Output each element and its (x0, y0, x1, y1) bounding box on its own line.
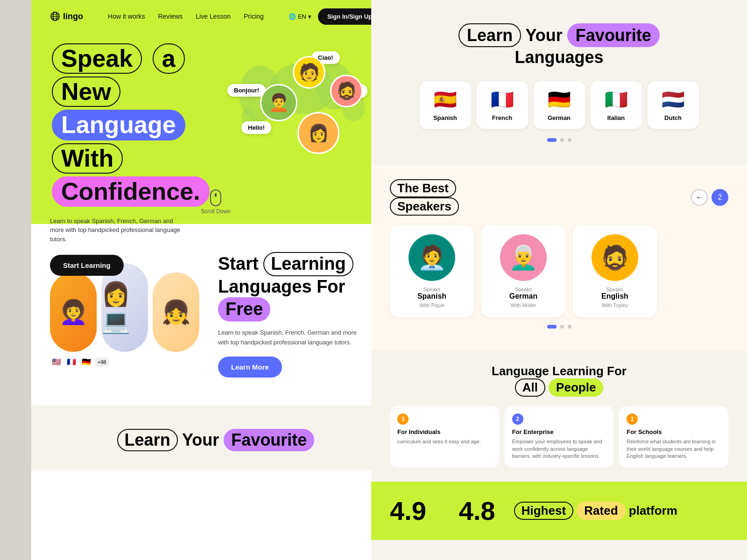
flag-french: 🇫🇷 (482, 89, 522, 111)
avatar-3: 👩 (297, 112, 339, 154)
flag-de: 🇩🇪 (80, 357, 93, 367)
tutor-with-1: With Piqué (397, 302, 466, 308)
cat-num-schools: 1 (627, 413, 638, 425)
word-a: a (153, 43, 185, 74)
rated-suffix: platform (629, 504, 677, 518)
dot2-3 (568, 325, 571, 329)
rating-2-block: 4.8 (445, 496, 495, 526)
word-your-right: Your (526, 26, 567, 45)
tutors-title: The Best Speakers (390, 179, 459, 216)
lang-card-dutch: 🇳🇱 Dutch (648, 81, 699, 129)
hero-content: Speak a New Language With Confidence. Le… (31, 33, 400, 276)
tutor-cards: 🧑‍💼 Speaks Spanish With Piqué 👨‍🦳 Speaks… (390, 225, 728, 317)
logo: lingo (50, 11, 83, 21)
dot2-1 (547, 325, 557, 329)
nav-how-it-works[interactable]: How it works (108, 13, 145, 20)
cat-num-personal: 3 (397, 413, 409, 425)
chat-bonjour: Bonjour! (227, 84, 266, 97)
nav-reviews[interactable]: Reviews (158, 13, 183, 20)
word-confidence: Confidence. (52, 176, 210, 207)
arrow-next[interactable]: 2 (712, 189, 728, 206)
dot-2 (560, 138, 564, 142)
nav-live-lesson[interactable]: Live Lesson (196, 13, 231, 20)
word-language: Language (52, 110, 185, 140)
cat-title-all: All (515, 378, 545, 397)
cat-title: Language Learning For All People (390, 364, 728, 397)
tutor-lang-2: German (489, 292, 558, 301)
tutor-lang-1: Spanish (397, 292, 466, 301)
word-languages-for: Languages For (218, 277, 345, 296)
word-free-pill: Free (218, 297, 270, 322)
cat-title-enterprise: For Enterprise (512, 428, 606, 435)
flag-row: 🇺🇸 🇫🇷 🇩🇪 +98 (50, 357, 199, 367)
word-favourite-right: Favourite (567, 23, 660, 47)
rating-num-2: 4.8 (459, 496, 495, 526)
tutors-title-best: The Best (390, 179, 456, 197)
more-chip: +98 (95, 357, 109, 367)
person-icon-2: 👩💻 (101, 263, 148, 352)
hero-map: Ciao! Bonjour! Hello! 你好 🧑 🧑‍🦱 👩 🧔 (223, 37, 381, 191)
photo-card-1: 👩‍🦱 (50, 273, 97, 352)
nav-right: 🌐 EN ▾ Sign In/Sign Up (289, 8, 381, 25)
tutor-speaks-3: Speaks (580, 287, 649, 292)
bottom-rating: 4.9 4.8 Highest Rated platform (371, 482, 747, 540)
chat-hello: Hello! (241, 121, 271, 134)
lang-name-french: French (482, 114, 522, 121)
photo-left: 👩‍🦱 👩💻 👧 🇺🇸 🇫🇷 🇩🇪 +98 (50, 263, 199, 367)
scroll-dot (215, 193, 217, 197)
word-with: With (52, 143, 123, 174)
cat-title-schools: For Schools (627, 428, 721, 435)
flag-us: 🇺🇸 (50, 357, 63, 367)
tutor-with-2: With Müller (489, 302, 558, 308)
lang-name-italian: Italian (596, 114, 636, 121)
tutor-avatar-2: 👨‍🦳 (500, 234, 547, 281)
photo-card-2: 👩💻 (101, 263, 148, 352)
cat-desc-personal: curriculum and sees it easy and age. (397, 438, 492, 445)
flag-spanish: 🇪🇸 (425, 89, 465, 111)
dot-1 (547, 138, 557, 142)
lang-card-italian: 🇮🇹 Italian (591, 81, 642, 129)
rating-num-1: 4.9 (390, 496, 426, 526)
rated-headline: Highest Rated platform (514, 502, 677, 520)
arrow-prev[interactable]: ← (691, 189, 708, 206)
tutor-speaks-1: Speaks (397, 287, 466, 292)
photo-trio: 👩‍🦱 👩💻 👧 (50, 263, 199, 352)
dots-row-1 (395, 138, 724, 142)
hero-text: Speak a New Language With Confidence. Le… (50, 42, 213, 276)
sec3-headline: Learn Your Favourite (50, 429, 381, 451)
lang-card-german: 🇩🇪 German (534, 81, 585, 129)
navbar: lingo How it works Reviews Live Lesson P… (31, 0, 400, 33)
dot-3 (568, 138, 571, 142)
rated-word-rated: Rated (577, 502, 625, 520)
lang-selector[interactable]: 🌐 EN ▾ (289, 13, 311, 20)
lang-card-french: 🇫🇷 French (477, 81, 528, 129)
language-cards: 🇪🇸 Spanish 🇫🇷 French 🇩🇪 German 🇮🇹 Italia… (395, 81, 724, 129)
word-learn-right: Learn (458, 23, 521, 47)
cat-card-schools: 1 For Schools Reinforce what students ar… (619, 406, 728, 467)
word-languages-right: Languages (514, 48, 603, 67)
nav-pricing[interactable]: Pricing (244, 13, 264, 20)
tutor-speaks-2: Speaks (489, 287, 558, 292)
nav-links: How it works Reviews Live Lesson Pricing (108, 13, 264, 20)
flag-italian: 🇮🇹 (596, 89, 636, 111)
tutor-card-3: 🧔 Speaks English With Topley (573, 225, 657, 317)
lang-name-spanish: Spanish (425, 114, 465, 121)
tutor-avatar-1: 🧑‍💼 (409, 234, 455, 281)
cat-title-personal: For Individuals (397, 428, 492, 435)
hero-headline: Speak a New Language With Confidence. (50, 42, 213, 208)
learn-more-button[interactable]: Learn More (218, 357, 282, 378)
tutor-avatar-3: 🧔 (592, 234, 638, 281)
cat-card-enterprise: 2 For Enterprise Empower your employees … (505, 406, 614, 467)
rated-word-highest: Highest (514, 502, 573, 520)
person-icon-3: 👧 (153, 273, 199, 352)
dots-row-2 (390, 325, 728, 329)
start-learning-button[interactable]: Start Learning (50, 255, 124, 276)
hero-section: lingo How it works Reviews Live Lesson P… (31, 0, 400, 224)
flag-fr: 🇫🇷 (65, 357, 78, 367)
scroll-down: Scroll Down (201, 189, 231, 215)
top-right-section: Learn Your Favourite Languages 🇪🇸 Spanis… (371, 0, 747, 165)
cat-title-people-pill: People (549, 378, 603, 397)
tutor-card-1: 🧑‍💼 Speaks Spanish With Piqué (390, 225, 474, 317)
word-learn-pill: Learn (117, 429, 178, 451)
lang-name-german: German (539, 114, 579, 121)
